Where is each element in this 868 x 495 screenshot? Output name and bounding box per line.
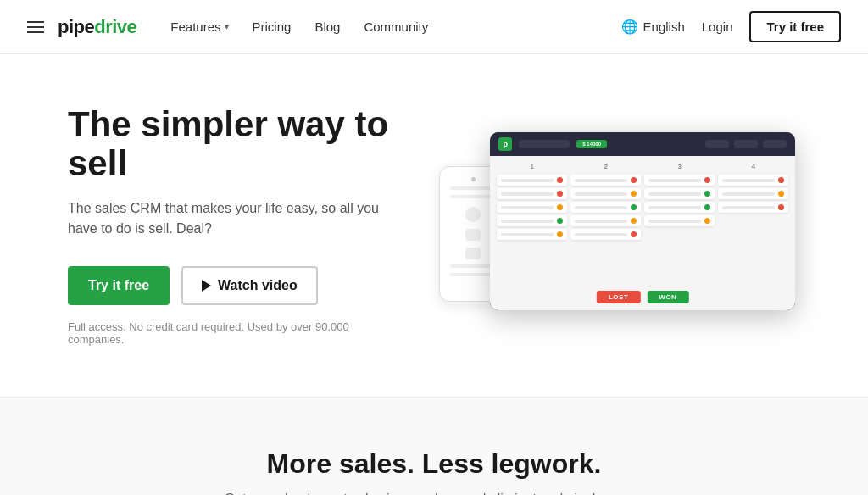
pipeline-card [718,202,788,213]
nav-pricing[interactable]: Pricing [253,19,292,34]
pipeline-card [570,215,641,226]
won-button[interactable]: WON [647,291,688,303]
phone-icon3 [465,248,481,259]
bottom-section: More sales. Less legwork. Get more leads… [0,397,868,495]
hero-left: The simpler way to sell The sales CRM th… [68,105,434,346]
nav-try-button[interactable]: Try it free [749,11,841,42]
pipeline-col-1: 1 [497,163,567,303]
crm-icon-3 [763,140,787,148]
col-header-1: 1 [497,163,567,170]
hero-right: p $ 14000 1 [434,132,800,319]
pipeline-col-2: 2 [570,163,641,303]
pipeline-card [497,202,567,213]
hero-note: Full access. No credit card required. Us… [68,320,400,346]
globe-icon: 🌐 [621,19,638,35]
crm-mockup: p $ 14000 1 [439,132,795,319]
crm-topbar-icons [705,140,787,148]
phone-icon2 [465,229,481,241]
phone-icon [465,207,481,222]
hero-watch-button[interactable]: Watch video [181,266,318,305]
pipeline-card [497,175,567,186]
logo[interactable]: pipedrive [58,16,136,38]
pipeline-card [644,175,715,186]
nav-community[interactable]: Community [364,19,428,34]
col-header-4: 4 [718,163,788,170]
navbar: pipedrive Features ▾ Pricing Blog Commun… [0,0,868,54]
pipeline-card [570,175,641,186]
pipeline-col-3: 3 [644,163,715,303]
pipeline-card [497,229,567,240]
bottom-subtitle: Get more leads, sort sales in one place … [222,492,646,495]
pipeline-card [644,202,715,213]
crm-dashboard: p $ 14000 1 [490,132,795,310]
hero-section: The simpler way to sell The sales CRM th… [0,54,868,397]
pipeline-card [570,202,641,213]
crm-logo-small: p [498,137,512,151]
pipeline-col-4: 4 [718,163,788,303]
pipeline-card [644,188,715,199]
crm-icon-1 [705,140,729,148]
crm-topbar: p $ 14000 [490,132,795,156]
hero-buttons: Try it free Watch video [68,266,400,305]
phone-dot [471,177,476,181]
nav-links: Features ▾ Pricing Blog Community [170,19,620,34]
pipeline-card [718,175,788,186]
hero-try-button[interactable]: Try it free [68,266,170,305]
pipeline-card [497,215,567,226]
nav-features[interactable]: Features ▾ [170,19,228,34]
pipeline-card [570,229,641,240]
col-header-3: 3 [644,163,715,170]
hamburger-menu[interactable] [27,21,44,33]
chevron-down-icon: ▾ [225,22,229,31]
play-icon [202,280,211,292]
login-link[interactable]: Login [702,19,733,34]
pipeline-card [570,188,641,199]
crm-bottom-buttons: LOST WON [597,291,688,303]
crm-money-display: $ 14000 [576,140,607,148]
crm-icon-2 [734,140,758,148]
hero-subtitle: The sales CRM that makes your life easy,… [68,198,400,239]
nav-blog[interactable]: Blog [314,19,340,34]
pipeline-card [644,215,715,226]
hero-title: The simpler way to sell [68,105,400,183]
lost-button[interactable]: LOST [597,291,640,303]
bottom-title: More sales. Less legwork. [27,448,841,480]
nav-right: 🌐 English Login Try it free [621,11,841,42]
crm-pipeline: 1 2 [490,156,795,310]
col-header-2: 2 [570,163,641,170]
language-selector[interactable]: 🌐 English [621,19,685,35]
pipeline-card [718,188,788,199]
pipeline-card [497,188,567,199]
crm-searchbar [519,140,570,148]
